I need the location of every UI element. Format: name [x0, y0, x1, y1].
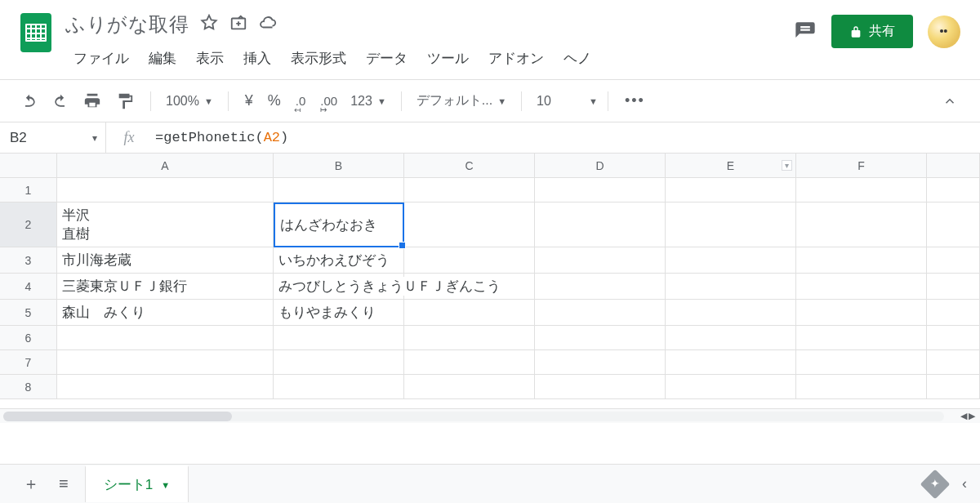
side-panel-toggle-icon[interactable]: ‹: [962, 475, 967, 492]
cell[interactable]: [535, 375, 666, 399]
more-formats-button[interactable]: 123 ▼: [345, 91, 391, 112]
cell-b2[interactable]: はんざわなおき: [274, 203, 404, 247]
row-header[interactable]: 6: [0, 326, 57, 350]
share-button[interactable]: 共有: [831, 15, 913, 48]
doc-title[interactable]: ふりがな取得: [65, 11, 189, 38]
menu-format[interactable]: 表示形式: [283, 46, 354, 71]
cell[interactable]: [796, 326, 927, 350]
menu-addons[interactable]: アドオン: [480, 46, 552, 71]
cell[interactable]: [535, 178, 666, 203]
formula-input[interactable]: =getPhonetic(A2): [152, 130, 980, 145]
cloud-icon[interactable]: [259, 14, 277, 35]
cell[interactable]: [796, 178, 927, 203]
cell[interactable]: [666, 203, 796, 247]
comments-icon[interactable]: [794, 20, 817, 43]
cell[interactable]: [796, 274, 927, 300]
more-tools-button[interactable]: •••: [618, 87, 652, 114]
cell[interactable]: [927, 178, 980, 203]
print-icon[interactable]: [77, 87, 108, 115]
col-header-d[interactable]: D: [535, 154, 666, 178]
paint-format-icon[interactable]: [109, 87, 140, 115]
cell[interactable]: [927, 350, 980, 375]
account-avatar[interactable]: [928, 16, 960, 48]
cell-a4[interactable]: 三菱東京ＵＦＪ銀行: [57, 274, 274, 300]
cell[interactable]: [404, 203, 535, 247]
cell[interactable]: [927, 375, 980, 399]
cell[interactable]: [927, 247, 980, 274]
percent-button[interactable]: %: [261, 87, 287, 114]
cell[interactable]: [57, 350, 274, 375]
cell[interactable]: [404, 300, 535, 326]
spreadsheet-grid[interactable]: A B C D E F 1 2 半沢 直樹 はんざわなおき 3 市川海老蔵 いち…: [0, 154, 980, 423]
col-header-g[interactable]: [927, 154, 980, 178]
increase-decimals-button[interactable]: .00↦: [314, 89, 344, 113]
cell[interactable]: [666, 247, 796, 274]
cell-b5[interactable]: もりやまみくり: [274, 300, 404, 326]
cell[interactable]: [796, 203, 927, 247]
cell-b1[interactable]: [274, 178, 404, 203]
undo-icon[interactable]: [15, 88, 44, 114]
menu-view[interactable]: 表示: [188, 46, 232, 71]
col-header-e[interactable]: E: [666, 154, 796, 178]
menu-file[interactable]: ファイル: [65, 46, 137, 71]
cell[interactable]: [666, 274, 796, 300]
cell-b3[interactable]: いちかわえびぞう: [274, 247, 404, 274]
all-sheets-button[interactable]: ≡: [49, 468, 78, 500]
horizontal-scrollbar[interactable]: ◀▶: [0, 408, 980, 423]
cell-a1[interactable]: [57, 178, 274, 203]
row-header[interactable]: 1: [0, 178, 57, 203]
cell[interactable]: [404, 350, 535, 375]
sheet-menu-icon[interactable]: ▼: [161, 480, 170, 490]
menu-tools[interactable]: ツール: [419, 46, 477, 71]
cell[interactable]: [535, 326, 666, 350]
cell[interactable]: [927, 326, 980, 350]
cell[interactable]: [666, 326, 796, 350]
add-sheet-button[interactable]: ＋: [13, 466, 49, 501]
cell[interactable]: [796, 350, 927, 375]
row-header[interactable]: 2: [0, 203, 57, 247]
cell[interactable]: [404, 326, 535, 350]
cell[interactable]: [274, 350, 404, 375]
scroll-right-icon[interactable]: ▶: [969, 411, 975, 421]
menu-insert[interactable]: 挿入: [235, 46, 279, 71]
col-header-f[interactable]: F: [796, 154, 927, 178]
menu-edit[interactable]: 編集: [140, 46, 185, 71]
sheets-logo[interactable]: [16, 13, 56, 52]
cell-a2[interactable]: 半沢 直樹: [57, 203, 274, 247]
cell[interactable]: [535, 300, 666, 326]
cell[interactable]: [535, 247, 666, 274]
cell[interactable]: [404, 247, 535, 274]
menu-data[interactable]: データ: [358, 46, 416, 71]
move-icon[interactable]: [229, 14, 247, 35]
cell[interactable]: [666, 375, 796, 399]
cell[interactable]: [404, 178, 535, 203]
row-header[interactable]: 4: [0, 274, 57, 300]
decrease-decimals-button[interactable]: .0↤: [289, 89, 313, 113]
cell[interactable]: [927, 300, 980, 326]
col-header-b[interactable]: B: [274, 154, 404, 178]
cell[interactable]: [666, 178, 796, 203]
cell[interactable]: [535, 350, 666, 375]
row-header[interactable]: 7: [0, 350, 57, 375]
cell[interactable]: [666, 350, 796, 375]
collapse-toolbar-icon[interactable]: [936, 89, 965, 114]
explore-icon[interactable]: [920, 469, 951, 499]
scroll-left-icon[interactable]: ◀: [960, 411, 967, 421]
cell[interactable]: [404, 375, 535, 399]
font-select[interactable]: デフォルト... ▼: [412, 89, 511, 113]
cell-b4[interactable]: みつびしとうきょうＵＦＪぎんこう: [274, 274, 404, 300]
cell-a3[interactable]: 市川海老蔵: [57, 247, 274, 274]
menu-help[interactable]: ヘノ: [555, 46, 599, 71]
cell[interactable]: [274, 375, 404, 399]
cell[interactable]: [666, 300, 796, 326]
cell[interactable]: [927, 274, 980, 300]
row-header[interactable]: 3: [0, 247, 57, 274]
star-icon[interactable]: [200, 14, 218, 35]
cell[interactable]: [796, 247, 927, 274]
col-header-c[interactable]: C: [404, 154, 535, 178]
currency-button[interactable]: ¥: [238, 87, 260, 114]
row-header[interactable]: 5: [0, 300, 57, 326]
redo-icon[interactable]: [46, 88, 75, 114]
sheet-tab[interactable]: シート1 ▼: [85, 465, 189, 502]
cell[interactable]: [796, 300, 927, 326]
